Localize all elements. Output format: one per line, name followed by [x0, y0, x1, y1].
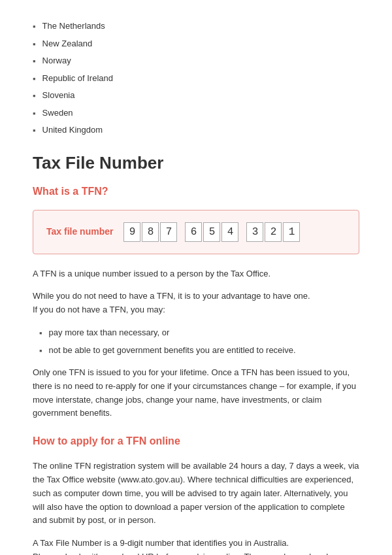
list-item: The Netherlands — [33, 20, 359, 33]
tfn-display-box: Tax file number 9 8 7 6 5 4 3 2 1 — [33, 210, 359, 254]
list-item: Sweden — [33, 107, 359, 120]
how-to-apply-para1: The online TFN registration system will … — [33, 460, 359, 528]
tfn-digit-3: 7 — [160, 222, 177, 242]
list-item: Republic of Ireland — [33, 72, 359, 86]
tfn-description-para1: A TFN is a unique number issued to a per… — [33, 267, 359, 281]
tfn-label: Tax file number — [46, 225, 113, 239]
tfn-digit-7: 3 — [246, 222, 263, 242]
tfn-digit-9: 1 — [283, 222, 300, 242]
tfn-consequence-2: not be able to get government benefits y… — [39, 344, 359, 358]
tfn-digit-6: 4 — [221, 222, 238, 242]
tfn-digit-2: 8 — [142, 222, 159, 242]
country-list: The Netherlands New Zealand Norway Repub… — [33, 20, 359, 137]
list-item: Norway — [33, 54, 359, 68]
tfn-digits-container: 9 8 7 6 5 4 3 2 1 — [123, 222, 300, 242]
subsection-how-to-apply: How to apply for a TFN online — [33, 433, 359, 449]
tfn-consequence-1: pay more tax than necessary, or — [39, 326, 359, 340]
tfn-lifetime-para: Only one TFN is issued to you for your l… — [33, 366, 359, 420]
list-item: United Kingdom — [33, 124, 359, 137]
page-title: Tax File Number — [33, 153, 359, 173]
list-item: Slovenia — [33, 89, 359, 103]
subsection-what-is-tfn: What is a TFN? — [33, 184, 359, 199]
tfn-digit-8: 2 — [265, 222, 282, 242]
tfn-description-para2: While you do not need to have a TFN, it … — [33, 290, 359, 317]
how-to-apply-para2: A Tax File Number is a 9-digit number th… — [33, 537, 359, 555]
tfn-digit-5: 5 — [203, 222, 220, 242]
tfn-consequence-list: pay more tax than necessary, or not be a… — [39, 326, 359, 357]
tfn-digit-1: 9 — [123, 222, 140, 242]
tfn-digit-4: 6 — [185, 222, 202, 242]
list-item: New Zealand — [33, 37, 359, 51]
